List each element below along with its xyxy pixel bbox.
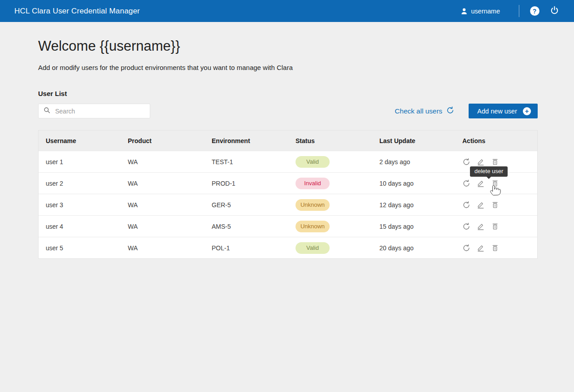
edit-user-button[interactable] (477, 222, 485, 231)
table-row: user 1 WA TEST-1 Valid 2 days ago (39, 151, 537, 172)
search-box[interactable] (38, 104, 150, 118)
refresh-icon (446, 106, 454, 116)
status-badge: Valid (296, 242, 330, 254)
delete-user-tooltip: delete user (470, 166, 508, 177)
logout-button[interactable] (544, 1, 564, 21)
cell-actions: delete user (455, 173, 537, 194)
cell-status: Valid (288, 242, 372, 254)
table-row: user 5 WA POL-1 Valid 20 days ago (39, 237, 537, 258)
delete-user-button[interactable] (491, 158, 499, 166)
status-badge: Invalid (296, 178, 330, 189)
help-button[interactable]: ? (525, 1, 544, 21)
user-table: Username Product Environment Status Last… (38, 130, 538, 259)
cell-product: WA (121, 158, 204, 166)
toolbar-right: Check all users Add new user + (392, 104, 538, 118)
col-product: Product (121, 137, 204, 144)
user-list-heading: User List (38, 90, 538, 97)
cell-last-update: 15 days ago (372, 223, 455, 230)
user-menu[interactable]: username (460, 7, 500, 15)
header-divider (519, 5, 519, 17)
table-row: user 2 WA PROD-1 Invalid 10 days ago (39, 172, 537, 194)
cell-actions (455, 216, 537, 237)
table-row: user 4 WA AMS-5 Unknown 15 days ago (39, 215, 537, 237)
edit-user-button[interactable] (477, 158, 485, 166)
user-icon (460, 7, 468, 15)
edit-user-button[interactable] (477, 201, 485, 209)
col-environment: Environment (204, 137, 288, 144)
cell-last-update: 2 days ago (372, 158, 455, 166)
page-title: Welcome {{username}} (38, 38, 538, 54)
cell-last-update: 12 days ago (372, 201, 455, 209)
delete-user-button[interactable] (491, 222, 499, 231)
cell-status: Valid (288, 156, 372, 168)
cell-last-update: 10 days ago (372, 180, 455, 187)
check-all-users-label: Check all users (395, 107, 442, 115)
refresh-user-button[interactable] (462, 222, 470, 231)
cell-environment: GER-5 (204, 201, 288, 209)
cell-actions (455, 237, 537, 258)
cell-environment: AMS-5 (204, 223, 288, 230)
refresh-user-button[interactable] (462, 201, 470, 209)
status-badge: Valid (296, 156, 330, 168)
app-title: HCL Clara User Credential Manager (14, 7, 140, 16)
cell-username: user 1 (39, 158, 121, 166)
edit-user-button[interactable] (477, 179, 485, 187)
col-actions: Actions (455, 137, 537, 144)
status-badge: Unknown (296, 199, 330, 211)
cell-last-update: 20 days ago (372, 244, 455, 252)
col-status: Status (288, 137, 372, 144)
edit-user-button[interactable] (477, 244, 485, 252)
add-new-user-label: Add new user (477, 108, 517, 115)
header-right: username ? (460, 1, 564, 21)
table-body: user 1 WA TEST-1 Valid 2 days ago (39, 151, 537, 258)
add-new-user-button[interactable]: Add new user + (469, 104, 538, 118)
delete-user-button[interactable] (491, 244, 499, 252)
refresh-user-button[interactable] (462, 158, 470, 166)
cell-username: user 4 (39, 223, 121, 230)
cell-product: WA (121, 223, 204, 230)
cell-product: WA (121, 201, 204, 209)
help-icon: ? (530, 6, 539, 16)
plus-icon: + (523, 107, 531, 115)
app-header: HCL Clara User Credential Manager userna… (0, 0, 574, 22)
refresh-user-button[interactable] (462, 244, 470, 252)
cell-status: Invalid (288, 178, 372, 189)
cell-username: user 5 (39, 244, 121, 252)
col-last-update: Last Update (372, 137, 455, 144)
cell-status: Unknown (288, 221, 372, 232)
page-subtitle: Add or modify users for the product envi… (38, 64, 538, 71)
username-label: username (471, 8, 500, 15)
cell-username: user 2 (39, 180, 121, 187)
delete-user-button[interactable] (491, 201, 499, 209)
power-icon (549, 5, 560, 17)
col-username: Username (39, 137, 121, 144)
cell-environment: POL-1 (204, 244, 288, 252)
main-content: Welcome {{username}} Add or modify users… (0, 38, 574, 259)
status-badge: Unknown (296, 221, 330, 232)
table-row: user 3 WA GER-5 Unknown 12 days ago (39, 194, 537, 215)
cell-environment: TEST-1 (204, 158, 288, 166)
cell-status: Unknown (288, 199, 372, 211)
cell-product: WA (121, 180, 204, 187)
cell-environment: PROD-1 (204, 180, 288, 187)
table-header-row: Username Product Environment Status Last… (39, 131, 537, 151)
refresh-user-button[interactable] (462, 179, 470, 187)
toolbar: Check all users Add new user + (38, 104, 538, 118)
cell-actions (455, 194, 537, 215)
search-icon (43, 106, 54, 116)
cell-product: WA (121, 244, 204, 252)
cell-username: user 3 (39, 201, 121, 209)
check-all-users-link[interactable]: Check all users (392, 106, 457, 117)
search-input[interactable] (54, 107, 145, 115)
delete-user-button[interactable] (491, 179, 499, 187)
